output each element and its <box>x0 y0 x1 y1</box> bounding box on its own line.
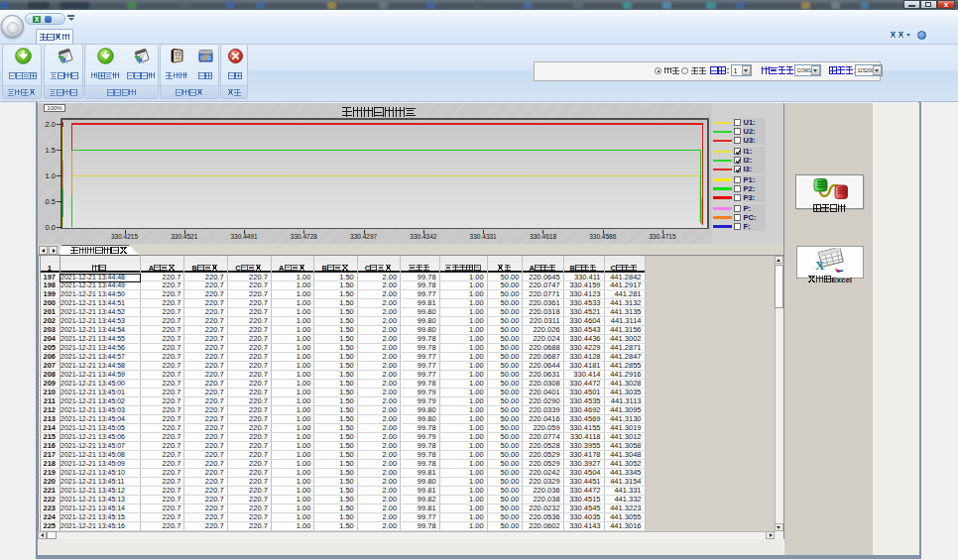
svg-text:X: X <box>815 258 825 273</box>
